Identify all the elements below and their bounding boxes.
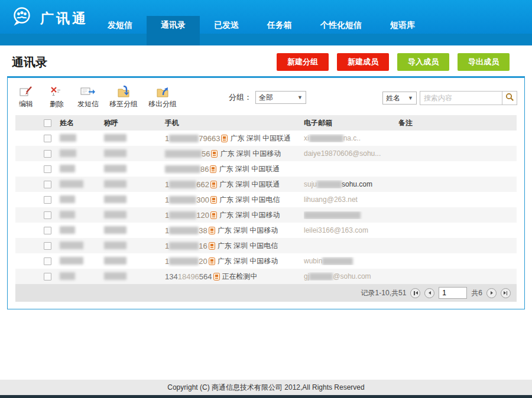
send-sms-tool-label: 发短信: [77, 99, 99, 109]
number-status-badge-icon: [211, 150, 218, 158]
nav-tab-phrase-library[interactable]: 短语库: [376, 16, 429, 45]
mobile-cell: 179663广东 深圳 中国联通: [165, 133, 304, 143]
app-header: 广讯通 发短信通讯录已发送任务箱个性化短信短语库: [0, 0, 532, 34]
delete-tool[interactable]: 删除: [47, 86, 67, 109]
export-members-button[interactable]: 导出成员: [458, 53, 510, 71]
visible-text: 86: [200, 165, 209, 174]
table-row: 116广东 深圳 中国电信: [15, 238, 517, 253]
email-cell: wubin: [304, 257, 398, 265]
table-row: 56广东 深圳 中国移动daiye19870606@sohu...: [15, 146, 517, 161]
row-checkbox[interactable]: [44, 165, 51, 173]
salutation-cell: [104, 134, 165, 142]
prev-page-button[interactable]: [424, 288, 434, 298]
visible-text: gj: [304, 272, 309, 280]
select-all-checkbox[interactable]: [44, 119, 51, 127]
nav-tab-contacts[interactable]: 通讯录: [147, 16, 200, 45]
new-group-button[interactable]: 新建分组: [277, 53, 329, 71]
carrier-text: 广东 深圳 中国联通: [219, 180, 280, 190]
redacted-name: [60, 180, 83, 188]
column-header-name: 姓名: [60, 118, 104, 128]
visible-text: lihuang@263.net: [304, 195, 358, 204]
row-checkbox[interactable]: [44, 150, 51, 158]
search-field-select[interactable]: 姓名 ▼: [382, 92, 417, 105]
redacted-salutation: [104, 242, 126, 249]
column-header-salutation: 称呼: [104, 118, 165, 128]
nav-tab-send-sms[interactable]: 发短信: [93, 16, 147, 45]
group-filter-value: 全部: [259, 93, 273, 103]
salutation-cell: [104, 257, 165, 265]
table-row: 120广东 深圳 中国移动wubin: [15, 253, 517, 269]
row-checkbox[interactable]: [44, 257, 51, 265]
table-header-row: 姓名称呼手机电子邮箱备注: [15, 115, 517, 131]
row-checkbox[interactable]: [44, 273, 51, 280]
nav-tab-personalized-sms[interactable]: 个性化短信: [306, 16, 376, 45]
visible-text: xi: [304, 134, 309, 142]
redacted-salutation: [104, 180, 126, 188]
row-checkbox[interactable]: [44, 211, 51, 219]
mobile-cell: 86广东 深圳 中国联通: [165, 164, 304, 174]
move-out-group-icon: [156, 86, 169, 97]
redacted-text: [309, 273, 333, 280]
row-checkbox[interactable]: [44, 242, 51, 250]
salutation-cell: [104, 149, 165, 158]
number-status-badge-icon: [209, 242, 215, 250]
row-checkbox-cell: [15, 165, 60, 173]
delete-icon: [50, 86, 64, 97]
row-checkbox-cell: [15, 257, 60, 265]
email-cell: [304, 211, 398, 219]
search-button[interactable]: [502, 91, 517, 105]
row-checkbox[interactable]: [44, 181, 51, 188]
salutation-cell: [104, 226, 165, 234]
visible-text: 564: [199, 272, 212, 281]
nav-tab-task-box[interactable]: 任务箱: [253, 16, 306, 45]
first-page-button[interactable]: [410, 288, 420, 298]
row-checkbox-cell: [15, 135, 60, 142]
group-filter-label: 分组：: [229, 92, 252, 103]
chevron-down-icon: ▼: [408, 95, 413, 101]
move-to-group-tool[interactable]: 移至分组: [109, 86, 138, 109]
move-out-of-group-tool[interactable]: 移出分组: [148, 86, 177, 109]
mobile-cell: 1300广东 深圳 中国电信: [165, 195, 304, 205]
number-status-badge-icon: [209, 257, 215, 265]
name-cell: [60, 242, 104, 250]
footer-dark-strip: [0, 395, 532, 398]
next-page-button[interactable]: [486, 288, 497, 298]
redacted-name: [60, 149, 76, 157]
search-field-value: 姓名: [386, 93, 400, 103]
row-checkbox[interactable]: [44, 135, 51, 142]
search-input[interactable]: [420, 91, 502, 105]
row-checkbox[interactable]: [44, 196, 51, 204]
send-sms-tool[interactable]: 发短信: [77, 86, 99, 109]
visible-text: 56: [202, 149, 210, 158]
last-page-button[interactable]: [501, 288, 511, 298]
app-logo: 广讯通: [11, 6, 88, 30]
visible-text: leilei3166@163.com: [304, 226, 368, 234]
name-cell: [60, 134, 104, 142]
redacted-text: [165, 150, 202, 158]
delete-tool-label: 删除: [50, 99, 64, 109]
redacted-salutation: [104, 149, 126, 157]
mobile-cell: 56广东 深圳 中国移动: [165, 149, 304, 159]
edit-tool[interactable]: 编辑: [16, 86, 36, 109]
page-number-input[interactable]: [439, 287, 467, 299]
carrier-text: 广东 深圳 中国联通: [219, 164, 280, 174]
visible-text: 134: [165, 272, 178, 281]
table-body: 179663广东 深圳 中国联通xina.c..56广东 深圳 中国移动daiy…: [15, 131, 517, 284]
nav-tab-sent[interactable]: 已发送: [200, 16, 253, 45]
group-filter-select[interactable]: 全部 ▼: [255, 91, 306, 104]
table-row: 138广东 深圳 中国移动leilei3166@163.com: [15, 223, 517, 238]
redacted-text: [165, 165, 200, 173]
email-cell: xina.c..: [304, 134, 398, 142]
visible-text: daiye19870606@sohu...: [304, 149, 381, 158]
row-checkbox[interactable]: [44, 227, 51, 234]
email-cell: sujusohu.com: [304, 180, 398, 188]
visible-text: 18496: [178, 272, 199, 281]
salutation-cell: [104, 211, 165, 219]
redacted-name: [60, 257, 83, 265]
new-member-button[interactable]: 新建成员: [337, 53, 389, 71]
visible-text: 38: [199, 226, 207, 235]
visible-text: wubin: [304, 257, 322, 265]
redacted-name: [60, 242, 83, 249]
visible-text: 79663: [199, 134, 220, 143]
import-members-button[interactable]: 导入成员: [397, 53, 449, 71]
